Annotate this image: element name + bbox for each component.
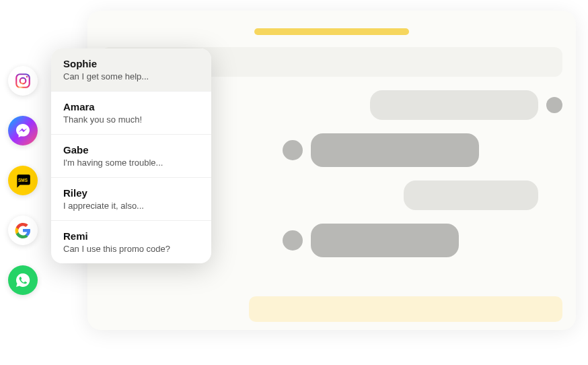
conversation-preview: Can I get some help... [63, 71, 199, 81]
svg-point-2 [26, 76, 28, 78]
svg-text:SMS: SMS [18, 178, 28, 182]
conversation-item[interactable]: Gabe I'm having some trouble... [51, 135, 211, 178]
conversation-item[interactable]: Remi Can I use this promo code? [51, 221, 211, 263]
sms-icon[interactable]: SMS [8, 166, 38, 195]
svg-point-1 [20, 78, 26, 84]
header-accent-bar [254, 28, 409, 35]
conversation-item[interactable]: Riley I appreciate it, also... [51, 178, 211, 221]
conversation-name: Sophie [63, 58, 199, 69]
channel-icon-column: SMS [8, 66, 38, 295]
message-input-placeholder[interactable] [249, 296, 562, 322]
google-icon[interactable] [8, 215, 38, 245]
conversation-preview: I'm having some trouble... [63, 158, 199, 168]
conversation-preview: I appreciate it, also... [63, 201, 199, 211]
conversation-preview: Can I use this promo code? [63, 244, 199, 254]
message-bubble [404, 180, 538, 210]
conversation-preview: Thank you so much! [63, 114, 199, 125]
avatar-placeholder [283, 140, 303, 160]
instagram-icon[interactable] [8, 66, 38, 96]
conversation-name: Amara [63, 101, 199, 112]
conversation-list: Sophie Can I get some help... Amara Than… [51, 48, 211, 263]
message-bubble [311, 224, 459, 257]
conversation-name: Gabe [63, 144, 199, 156]
conversation-name: Remi [63, 230, 199, 242]
whatsapp-icon[interactable] [8, 265, 38, 295]
conversation-item[interactable]: Amara Thank you so much! [51, 92, 211, 135]
message-bubble [311, 133, 479, 167]
avatar-placeholder [283, 230, 303, 251]
panel-header [101, 28, 562, 35]
conversation-name: Riley [63, 187, 199, 199]
message-bubble [370, 90, 538, 120]
avatar-placeholder [546, 97, 562, 113]
messenger-icon[interactable] [8, 116, 38, 145]
conversation-item[interactable]: Sophie Can I get some help... [51, 48, 211, 92]
